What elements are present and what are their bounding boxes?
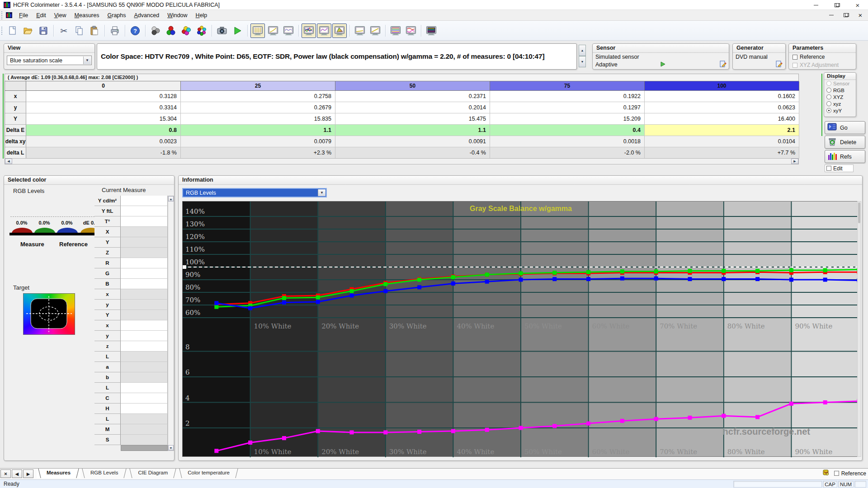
information-graph-selector[interactable]: RGB Levels ▼ — [182, 188, 327, 197]
table-cell[interactable]: 0.0091 — [335, 136, 490, 147]
column-header-75[interactable]: 75 — [490, 81, 645, 91]
display-radio-xyz[interactable]: XYZ — [824, 94, 856, 100]
menu-file[interactable]: File — [15, 11, 32, 20]
column-header-50[interactable]: 50 — [335, 81, 490, 91]
table-cell[interactable]: -1.8 % — [26, 147, 181, 159]
tab-cie-diagram[interactable]: CIE Diagram — [128, 469, 178, 478]
minimize-button[interactable] — [806, 0, 826, 10]
column-header-0[interactable]: 0 — [26, 81, 181, 91]
table-cell[interactable]: 0.3128 — [26, 91, 181, 102]
table-cell[interactable]: 15.209 — [490, 113, 645, 125]
scroll-down-icon[interactable]: ▼ — [168, 445, 174, 450]
secondaries-measure-icon[interactable] — [179, 23, 193, 38]
chevron-down-icon[interactable]: ▼ — [83, 56, 91, 64]
view-saturation-icon[interactable] — [404, 23, 418, 38]
save-icon[interactable] — [36, 23, 51, 38]
table-cell[interactable]: 0.0623 — [645, 102, 799, 113]
measures-table-hscrollbar[interactable]: ◀ ▶ — [5, 158, 799, 164]
table-cell[interactable]: 0.0079 — [181, 136, 335, 147]
display-radio-rgb[interactable]: RGB — [824, 87, 856, 94]
table-cell[interactable]: 15.835 — [181, 113, 335, 125]
display-radio-xyy[interactable]: xyY — [824, 107, 856, 114]
sensor-run-icon[interactable] — [660, 61, 666, 69]
table-cell[interactable]: 15.475 — [335, 113, 490, 125]
tab-scroll-left-icon[interactable]: ◀ — [12, 469, 22, 478]
mdi-close-icon[interactable]: × — [855, 11, 865, 19]
view-free-measures-icon[interactable] — [424, 23, 439, 38]
mdi-minimize-icon[interactable] — [826, 11, 836, 19]
table-cell[interactable]: 0.8 — [26, 125, 181, 136]
table-cell[interactable]: 16.400 — [645, 113, 799, 125]
table-cell[interactable]: +2.3 % — [181, 147, 335, 159]
splitter-handle-right[interactable] — [821, 74, 822, 136]
menu-advanced[interactable]: Advanced — [130, 11, 164, 20]
table-cell[interactable]: 0.4 — [490, 125, 645, 136]
table-cell[interactable]: 0.0023 — [26, 136, 181, 147]
tabbar-reference-checkbox[interactable]: Reference — [834, 470, 866, 477]
view-nearblack-icon[interactable] — [281, 23, 296, 38]
edit-checkbox-box[interactable] — [826, 166, 831, 171]
tab-measures[interactable]: Measures — [37, 469, 80, 478]
view-luminance2-icon[interactable] — [368, 23, 382, 38]
generator-config-icon[interactable] — [775, 60, 783, 69]
splitter-handle-left[interactable] — [3, 74, 4, 159]
spin-up-icon[interactable]: ▲ — [579, 45, 586, 56]
snapshot-icon[interactable] — [215, 23, 229, 38]
information-scrollbar-thumb[interactable] — [858, 202, 860, 223]
run-measures-icon[interactable] — [230, 23, 245, 38]
reference-checkbox-box[interactable] — [793, 55, 797, 60]
primaries-measure-icon[interactable] — [164, 23, 178, 38]
tabbar-reference-checkbox-box[interactable] — [834, 471, 839, 476]
menu-edit[interactable]: Edit — [32, 11, 50, 20]
table-cell[interactable]: 15.304 — [26, 113, 181, 125]
mdi-restore-icon[interactable] — [841, 11, 851, 19]
sensor-config-icon[interactable] — [719, 60, 727, 69]
new-document-icon[interactable] — [5, 23, 20, 38]
table-cell[interactable]: 0.1297 — [490, 102, 645, 113]
menu-measures[interactable]: Measures — [71, 11, 104, 20]
scroll-up-icon[interactable]: ▲ — [168, 196, 174, 202]
table-cell[interactable]: 0.2014 — [335, 102, 490, 113]
table-cell[interactable]: 0.1602 — [645, 91, 799, 102]
column-header-100[interactable]: 100 — [645, 81, 799, 91]
view-cie-diagram-icon[interactable] — [332, 23, 347, 38]
tab-close-icon[interactable]: ✕ — [0, 469, 11, 478]
column-header-25[interactable]: 25 — [181, 81, 335, 91]
table-cell[interactable]: 0.2758 — [181, 91, 335, 102]
restore-button[interactable] — [826, 0, 847, 10]
go-button[interactable]: Go — [825, 121, 865, 134]
open-file-icon[interactable] — [21, 23, 35, 38]
table-cell[interactable]: 2.1 — [645, 125, 799, 136]
reference-checkbox[interactable]: Reference — [793, 54, 825, 60]
scroll-right-icon[interactable]: ▶ — [791, 159, 798, 164]
full-measure-icon[interactable] — [194, 23, 209, 38]
table-cell[interactable]: 0.1922 — [490, 91, 645, 102]
edit-checkbox[interactable]: Edit — [825, 164, 854, 172]
view-measures-grid-icon[interactable] — [250, 23, 265, 38]
tab-rgb-levels[interactable]: RGB Levels — [80, 469, 128, 478]
help-icon[interactable]: ? — [128, 23, 142, 38]
table-cell[interactable]: 0.2371 — [335, 91, 490, 102]
spin-down-icon[interactable]: ▼ — [579, 56, 586, 67]
view-luminance-icon[interactable] — [317, 23, 331, 38]
table-cell[interactable]: 0.0104 — [645, 136, 799, 147]
menu-view[interactable]: View — [50, 11, 71, 20]
view-rgb-levels-icon[interactable] — [302, 23, 316, 38]
paste-icon[interactable] — [87, 23, 102, 38]
chevron-down-icon[interactable]: ▼ — [318, 189, 326, 196]
print-icon[interactable] — [108, 23, 122, 38]
table-cell[interactable]: 0.3314 — [26, 102, 181, 113]
table-cell[interactable]: +7.7 % — [645, 147, 799, 159]
table-cell[interactable]: 1.1 — [181, 125, 335, 136]
current-measure-scrollbar[interactable]: ▲ ▼ — [168, 196, 174, 451]
cut-icon[interactable]: ✂ — [57, 23, 71, 38]
copy-icon[interactable] — [72, 23, 86, 38]
view-gamma-curve-icon[interactable] — [266, 23, 280, 38]
table-cell[interactable]: -0.4 % — [335, 147, 490, 159]
delete-button[interactable]: Delete — [825, 136, 865, 149]
refs-button[interactable]: Refs — [825, 150, 865, 163]
tab-color-temperature[interactable]: Color temperature — [178, 469, 240, 478]
menu-graphs[interactable]: Graphs — [104, 11, 130, 20]
table-cell[interactable]: 1.1 — [335, 125, 490, 136]
table-cell[interactable]: 0.2679 — [181, 102, 335, 113]
